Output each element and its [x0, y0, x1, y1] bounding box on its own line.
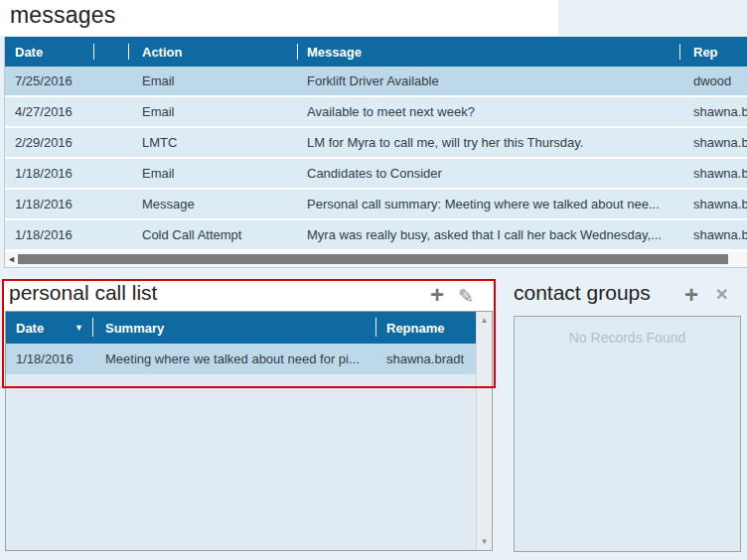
scroll-down-icon[interactable]: ▼	[477, 537, 492, 546]
message-action-cell: Message	[128, 197, 297, 211]
message-rep-cell: shawna.b	[679, 104, 747, 119]
message-table-row[interactable]: 1/18/2016 Message Personal call summary:…	[5, 190, 747, 220]
edit-icon[interactable]: ✎	[458, 285, 474, 308]
pcl-date-label: Date	[16, 321, 44, 336]
messages-column-header-message[interactable]: Message	[297, 37, 679, 67]
personal-call-list-header: Date ▼ Summary Repname	[6, 312, 477, 344]
messages-column-header-action[interactable]: Action	[128, 37, 297, 67]
add-icon[interactable]: +	[684, 281, 698, 309]
message-action-cell: Cold Call Attempt	[128, 227, 297, 242]
close-icon[interactable]: ✕	[715, 285, 728, 304]
messages-column-header-blank[interactable]	[93, 37, 128, 67]
message-date-cell: 1/18/2016	[5, 197, 93, 211]
message-text-cell: Myra was really busy, asked that I call …	[297, 227, 679, 242]
no-records-message: No Records Found	[515, 330, 740, 346]
sort-descending-icon: ▼	[75, 323, 83, 333]
message-text-cell: Personal call summary: Meeting where we …	[297, 197, 679, 211]
pcl-column-header-date[interactable]: Date ▼	[6, 312, 92, 344]
message-text-cell: Forklift Driver Available	[297, 73, 679, 88]
messages-section-title: messages	[10, 2, 115, 29]
personal-call-list-title: personal call list	[9, 281, 157, 305]
message-table-row[interactable]: 1/18/2016 Email Candidates to Consider s…	[5, 159, 747, 190]
pcl-date-cell: 1/18/2016	[6, 351, 92, 366]
message-rep-cell: shawna.b	[679, 227, 747, 242]
messages-table-header: Date Action Message Rep	[5, 37, 747, 67]
message-text-cell: Candidates to Consider	[297, 166, 679, 181]
message-date-cell: 7/25/2016	[5, 73, 93, 88]
pcl-column-header-repname[interactable]: Repname	[375, 312, 477, 344]
personal-call-list-row[interactable]: 1/18/2016 Meeting where we talked about …	[6, 344, 477, 374]
message-text-cell: LM for Myra to call me, will try her thi…	[297, 135, 679, 150]
message-table-row[interactable]: 1/18/2016 Cold Call Attempt Myra was rea…	[5, 220, 747, 251]
personal-call-list-panel: Date ▼ Summary Repname 1/18/2016 Meeting…	[5, 311, 493, 551]
message-rep-cell: shawna.b	[679, 166, 747, 181]
horizontal-scrollbar-thumb[interactable]	[18, 254, 728, 264]
message-rep-cell: shawna.b	[679, 197, 747, 211]
message-date-cell: 1/18/2016	[5, 227, 93, 242]
message-date-cell: 4/27/2016	[5, 104, 93, 119]
pcl-rows: 1/18/2016 Meeting where we talked about …	[6, 344, 492, 374]
scroll-up-icon[interactable]: ▲	[477, 316, 492, 325]
message-rep-cell: dwood	[679, 73, 747, 88]
messages-column-header-rep[interactable]: Rep	[679, 37, 747, 67]
pcl-vertical-scrollbar[interactable]: ▲ ▼	[476, 312, 492, 550]
message-action-cell: Email	[128, 166, 297, 181]
message-date-cell: 1/18/2016	[5, 166, 93, 181]
message-rep-cell: shawna.b	[679, 135, 747, 150]
message-date-cell: 2/29/2016	[5, 135, 93, 150]
pcl-column-header-summary[interactable]: Summary	[92, 312, 375, 344]
messages-rows: 7/25/2016 Email Forklift Driver Availabl…	[5, 67, 747, 251]
message-table-row[interactable]: 7/25/2016 Email Forklift Driver Availabl…	[5, 67, 747, 97]
message-text-cell: Available to meet next week?	[297, 104, 679, 119]
messages-horizontal-scrollbar[interactable]: ◄	[5, 252, 747, 267]
message-table-row[interactable]: 4/27/2016 Email Available to meet next w…	[5, 97, 747, 128]
contact-groups-title: contact groups	[514, 281, 651, 305]
message-action-cell: Email	[128, 104, 297, 119]
message-table-row[interactable]: 2/29/2016 LMTC LM for Myra to call me, w…	[5, 128, 747, 159]
message-action-cell: LMTC	[128, 135, 297, 150]
messages-table: Date Action Message Rep 7/25/2016 Email …	[4, 37, 747, 268]
message-action-cell: Email	[128, 73, 297, 88]
pcl-repname-cell: shawna.bradt	[375, 351, 477, 366]
pcl-summary-cell: Meeting where we talked about need for p…	[92, 351, 375, 366]
messages-column-header-date[interactable]: Date	[5, 37, 93, 67]
scroll-left-icon[interactable]: ◄	[7, 255, 16, 264]
contact-groups-panel: No Records Found	[514, 316, 741, 552]
add-icon[interactable]: +	[430, 281, 444, 309]
